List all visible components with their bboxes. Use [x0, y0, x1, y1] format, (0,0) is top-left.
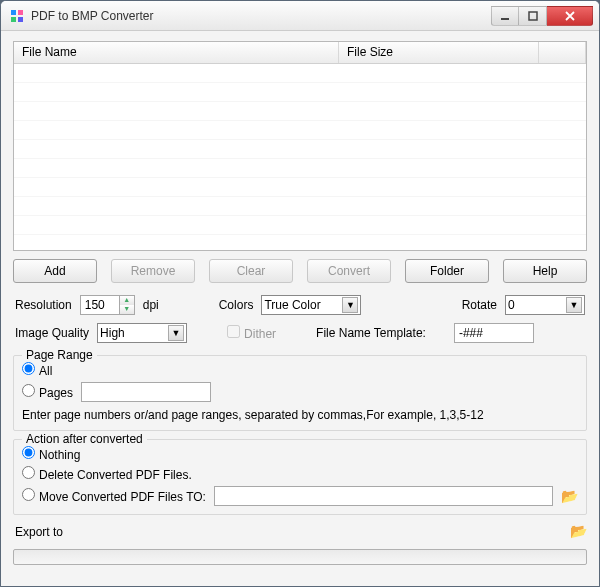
page-range-legend: Page Range	[22, 348, 97, 362]
template-input[interactable]	[454, 323, 534, 343]
close-button[interactable]	[547, 6, 593, 26]
colors-value: True Color	[264, 298, 320, 312]
window-title: PDF to BMP Converter	[31, 9, 487, 23]
browse-move-folder-icon[interactable]: 📂	[561, 488, 578, 504]
resolution-label: Resolution	[15, 298, 72, 312]
column-header-filename[interactable]: File Name	[14, 42, 339, 63]
action-legend: Action after converted	[22, 432, 147, 446]
toolbar: Add Remove Clear Convert Folder Help	[13, 259, 587, 283]
dither-checkbox[interactable]	[227, 325, 240, 338]
colors-select[interactable]: True Color ▼	[261, 295, 361, 315]
page-range-hint: Enter page numbers or/and page ranges, s…	[22, 408, 484, 422]
page-range-input[interactable]	[81, 382, 211, 402]
dither-checkbox-label[interactable]: Dither	[227, 325, 276, 341]
action-move-radio[interactable]	[22, 488, 35, 501]
image-quality-select[interactable]: High ▼	[97, 323, 187, 343]
dpi-label: dpi	[143, 298, 183, 312]
file-list[interactable]: File Name File Size	[13, 41, 587, 251]
action-group: Action after converted Nothing Delete Co…	[13, 439, 587, 515]
action-nothing-radio[interactable]	[22, 446, 35, 459]
export-label: Export to	[13, 523, 63, 539]
titlebar: PDF to BMP Converter	[1, 1, 599, 31]
progress-bar	[13, 549, 587, 565]
rotate-value: 0	[508, 298, 515, 312]
convert-button[interactable]: Convert	[307, 259, 391, 283]
clear-button[interactable]: Clear	[209, 259, 293, 283]
remove-button[interactable]: Remove	[111, 259, 195, 283]
rotate-select[interactable]: 0 ▼	[505, 295, 585, 315]
file-list-header: File Name File Size	[14, 42, 586, 64]
resolution-input[interactable]	[80, 295, 120, 315]
svg-rect-1	[529, 12, 537, 20]
action-move[interactable]: Move Converted PDF Files TO:	[22, 488, 206, 504]
resolution-spinner-arrows[interactable]: ▲▼	[120, 295, 135, 315]
folder-button[interactable]: Folder	[405, 259, 489, 283]
colors-label: Colors	[219, 298, 254, 312]
page-range-all[interactable]: All	[22, 362, 52, 378]
help-button[interactable]: Help	[503, 259, 587, 283]
page-range-pages[interactable]: Pages	[22, 384, 73, 400]
chevron-down-icon[interactable]: ▼	[120, 305, 134, 314]
column-header-filesize[interactable]: File Size	[339, 42, 539, 63]
maximize-button[interactable]	[519, 6, 547, 26]
move-path-input[interactable]	[214, 486, 553, 506]
action-delete-radio[interactable]	[22, 466, 35, 479]
svg-rect-0	[501, 18, 509, 20]
add-button[interactable]: Add	[13, 259, 97, 283]
export-row: Export to 📂	[13, 523, 587, 539]
column-header-spare	[539, 42, 586, 63]
app-window: PDF to BMP Converter File Name File Size…	[0, 0, 600, 587]
page-range-pages-radio[interactable]	[22, 384, 35, 397]
page-range-group: Page Range All Pages Enter page numbers …	[13, 355, 587, 431]
page-range-all-radio[interactable]	[22, 362, 35, 375]
template-label: File Name Template:	[316, 326, 426, 340]
chevron-down-icon[interactable]: ▼	[342, 297, 358, 313]
chevron-down-icon[interactable]: ▼	[566, 297, 582, 313]
action-delete[interactable]: Delete Converted PDF Files.	[22, 466, 192, 482]
file-list-rows[interactable]	[14, 64, 586, 250]
image-quality-value: High	[100, 326, 125, 340]
rotate-label: Rotate	[462, 298, 497, 312]
chevron-up-icon[interactable]: ▲	[120, 296, 134, 305]
action-nothing[interactable]: Nothing	[22, 446, 80, 462]
minimize-button[interactable]	[491, 6, 519, 26]
settings-panel: Resolution ▲▼ dpi Colors True Color ▼ Ro…	[13, 291, 587, 347]
chevron-down-icon[interactable]: ▼	[168, 325, 184, 341]
image-quality-label: Image Quality	[15, 326, 89, 340]
client-area: File Name File Size Add Remove Clear Con…	[1, 31, 599, 586]
resolution-stepper[interactable]: ▲▼	[80, 295, 135, 315]
app-icon	[9, 8, 25, 24]
browse-export-folder-icon[interactable]: 📂	[570, 523, 587, 539]
